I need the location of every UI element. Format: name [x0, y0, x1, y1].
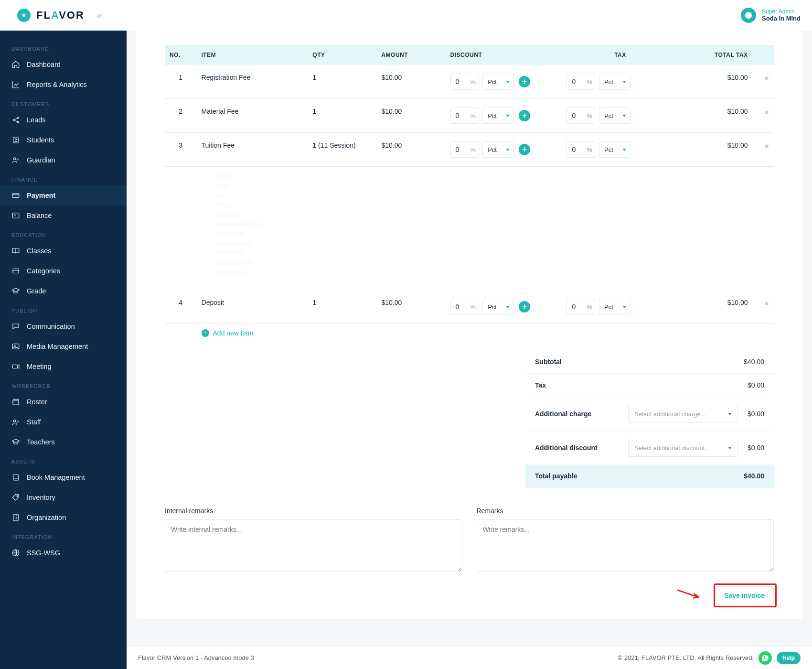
- sidebar-collapse-icon[interactable]: «: [97, 10, 102, 21]
- brand-word-part: FL: [36, 9, 51, 21]
- sidebar-item-dashboard[interactable]: Dashboard: [0, 54, 127, 75]
- sidebar-item-reports[interactable]: Reports & Analytics: [0, 75, 127, 95]
- type-select[interactable]: Pct: [482, 141, 514, 158]
- total-payable-value: $40.00: [744, 472, 764, 480]
- sidebar-item-media[interactable]: Media Management: [0, 336, 127, 356]
- cell-qty: 1: [308, 290, 376, 324]
- chat-icon: [11, 322, 20, 331]
- book-open-icon: [11, 247, 20, 255]
- type-select[interactable]: Pct: [482, 299, 514, 315]
- sidebar-item-communication[interactable]: Communication: [0, 316, 127, 336]
- add-item-button[interactable]: +Add new item: [202, 329, 254, 337]
- addl-discount-select[interactable]: Select additional discount...: [628, 439, 738, 457]
- cell-no: 2: [165, 99, 197, 133]
- sidebar-item-ssg-wsg[interactable]: SSG-WSG: [0, 543, 127, 563]
- cell-tax: %Pct: [562, 99, 678, 133]
- type-select[interactable]: Pct: [482, 74, 514, 90]
- type-select[interactable]: Pct: [482, 108, 514, 124]
- internal-remarks-input[interactable]: [165, 519, 462, 572]
- remarks-row: Internal remarks Remarks: [165, 507, 774, 572]
- sidebar-item-organization[interactable]: Organization: [0, 507, 127, 528]
- user-menu[interactable]: Super Admin Soda In Mind: [741, 8, 801, 23]
- add-discount-button[interactable]: +: [519, 301, 530, 313]
- help-button[interactable]: Help: [777, 652, 801, 664]
- svg-rect-17: [13, 514, 19, 521]
- whatsapp-icon[interactable]: [759, 651, 772, 665]
- cell-no: 4: [165, 290, 197, 324]
- sidebar-item-label: Staff: [27, 418, 41, 426]
- type-select[interactable]: Pct: [599, 299, 630, 315]
- cell-total-tax: $10.00: [678, 99, 752, 133]
- percent-label: %: [470, 303, 476, 311]
- th-item: ITEM: [197, 45, 308, 65]
- remarks-label: Remarks: [477, 507, 503, 515]
- sidebar-item-leads[interactable]: Leads: [0, 110, 127, 130]
- add-discount-button[interactable]: +: [519, 110, 530, 121]
- cell-total-tax: $10.00: [678, 290, 752, 324]
- cell-qty: 1: [308, 99, 376, 133]
- chevron-down-icon: [506, 115, 510, 117]
- type-select[interactable]: Pct: [599, 108, 630, 124]
- brand: FLAVOR «: [17, 9, 102, 22]
- save-invoice-button[interactable]: Save invoice: [715, 586, 774, 604]
- type-select[interactable]: Pct: [599, 74, 630, 90]
- tag-icon: [11, 493, 20, 502]
- percent-label: %: [470, 112, 476, 119]
- sidebar-item-label: Inventory: [27, 494, 55, 501]
- sidebar-item-grade[interactable]: Grade: [0, 281, 127, 301]
- brand-word: FLAVOR: [36, 9, 85, 22]
- percent-label: %: [587, 146, 592, 153]
- chevron-down-icon: [622, 115, 626, 117]
- sidebar-item-categories[interactable]: Categories: [0, 261, 127, 281]
- sidebar-item-students[interactable]: Students: [0, 130, 127, 150]
- globe-icon: [11, 549, 20, 557]
- invoice-items-table: NO. ITEM QTY AMOUNT DISCOUNT TAX TOTAL T…: [165, 45, 774, 345]
- cell-total-tax: $10.00: [678, 65, 752, 99]
- brand-logo-icon: [17, 9, 31, 22]
- sidebar-item-label: Categories: [27, 267, 60, 275]
- remove-row-button[interactable]: ×: [764, 108, 769, 117]
- cell-discount: %Pct+: [446, 65, 562, 99]
- svg-rect-7: [12, 194, 19, 198]
- add-discount-button[interactable]: +: [519, 144, 530, 155]
- sidebar-item-classes[interactable]: Classes: [0, 241, 127, 261]
- sidebar-item-label: Leads: [27, 116, 46, 124]
- th-qty: QTY: [308, 45, 376, 65]
- org-icon: [11, 513, 20, 522]
- plus-icon: +: [202, 329, 209, 337]
- totals-panel: Subtotal $40.00 Tax $0.00 Additional cha…: [525, 350, 774, 488]
- addl-charge-select[interactable]: Select additional charge...: [628, 405, 738, 423]
- sidebar-item-meeting[interactable]: Meeting: [0, 356, 127, 377]
- addl-charge-value: $0.00: [748, 410, 764, 418]
- grad-icon: [11, 438, 20, 446]
- calendar-icon: [11, 398, 20, 406]
- sidebar-item-staff[interactable]: Staff: [0, 412, 127, 432]
- sidebar-item-roster[interactable]: Roster: [0, 392, 127, 412]
- remove-row-button[interactable]: ×: [764, 74, 769, 83]
- sidebar-item-book-mgmt[interactable]: Book Management: [0, 467, 127, 487]
- th-discount: DISCOUNT: [446, 45, 562, 65]
- remarks-input[interactable]: [477, 519, 774, 572]
- sidebar-item-teachers[interactable]: Teachers: [0, 432, 127, 452]
- cell-item: Registration Fee: [197, 65, 308, 99]
- sidebar-item-inventory[interactable]: Inventory: [0, 487, 127, 507]
- sidebar-section-label: WORKFORCE: [0, 377, 127, 392]
- brand-word-part2: VOR: [59, 9, 85, 21]
- sidebar-item-label: Students: [27, 136, 54, 144]
- chevron-down-icon: [506, 81, 510, 83]
- sidebar-item-balance[interactable]: Balance: [0, 205, 127, 226]
- sidebar-item-guardian[interactable]: Guardian: [0, 150, 127, 170]
- chevron-down-icon: [506, 149, 510, 151]
- svg-rect-9: [13, 269, 19, 273]
- type-select[interactable]: Pct: [599, 141, 630, 158]
- sidebar-section-label: CUSTOMERS: [0, 95, 127, 110]
- cell-discount: %Pct+: [446, 133, 562, 167]
- remove-row-button[interactable]: ×: [764, 299, 769, 308]
- sidebar-item-payment[interactable]: Payment: [0, 185, 127, 205]
- addl-charge-label: Additional charge: [535, 410, 619, 418]
- annotation-arrow-icon: [676, 588, 703, 602]
- add-discount-button[interactable]: +: [519, 76, 530, 87]
- th-tax: TAX: [562, 45, 678, 65]
- cell-amount: $10.00: [376, 290, 445, 324]
- remove-row-button[interactable]: ×: [764, 141, 769, 151]
